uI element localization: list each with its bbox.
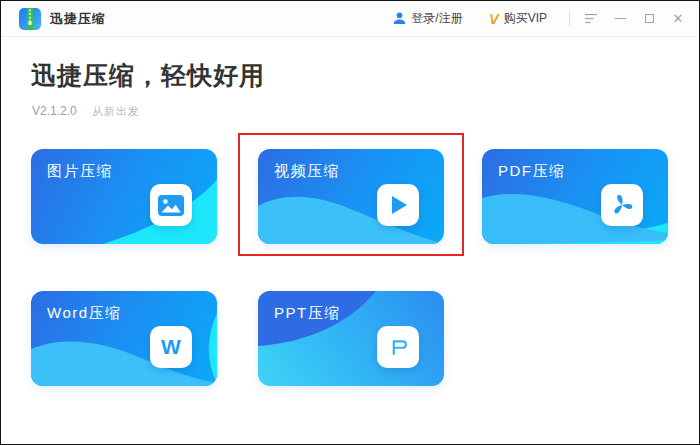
- close-button[interactable]: ✕: [671, 12, 685, 26]
- letter-w: W: [161, 336, 181, 359]
- card-word-compress[interactable]: Word压缩 W: [31, 291, 217, 386]
- user-icon: [393, 12, 406, 25]
- close-icon: ✕: [673, 12, 684, 25]
- card-pdf-compress[interactable]: PDF压缩: [482, 149, 668, 244]
- login-register-label: 登录/注册: [411, 10, 462, 27]
- app-identity: 迅捷压缩: [19, 8, 106, 30]
- menu-icon[interactable]: [584, 12, 598, 26]
- titlebar-divider: [569, 12, 570, 26]
- play-icon: [377, 184, 419, 226]
- card-label: PPT压缩: [274, 304, 341, 323]
- minimize-button[interactable]: [613, 12, 627, 26]
- card-label: 图片压缩: [47, 162, 113, 181]
- page-title: 迅捷压缩，轻快好用: [31, 59, 265, 92]
- image-icon: [150, 184, 192, 226]
- letter-p-icon: [377, 326, 419, 368]
- card-video-compress[interactable]: 视频压缩: [258, 149, 444, 244]
- app-logo-zip-icon: [19, 8, 41, 30]
- app-title: 迅捷压缩: [50, 10, 106, 28]
- card-label: 视频压缩: [274, 162, 340, 181]
- vip-icon: V: [489, 11, 499, 26]
- buy-vip-button[interactable]: V 购买VIP: [489, 10, 547, 27]
- letter-w-icon: W: [150, 326, 192, 368]
- pdf-icon: [601, 184, 643, 226]
- login-register-button[interactable]: 登录/注册: [393, 10, 462, 27]
- card-label: PDF压缩: [498, 162, 566, 181]
- buy-vip-label: 购买VIP: [504, 10, 547, 27]
- minimize-icon: [615, 18, 626, 19]
- card-ppt-compress[interactable]: PPT压缩: [258, 291, 444, 386]
- maximize-button[interactable]: [642, 12, 656, 26]
- card-label: Word压缩: [47, 304, 122, 323]
- version-row: V2.1.2.0 从新出发: [32, 104, 140, 119]
- version-slogan: 从新出发: [92, 104, 140, 119]
- app-window: 迅捷压缩 登录/注册 V 购买VIP: [0, 0, 700, 445]
- card-image-compress[interactable]: 图片压缩: [31, 149, 217, 244]
- title-bar: 迅捷压缩 登录/注册 V 购买VIP: [1, 1, 699, 37]
- maximize-icon: [645, 14, 654, 23]
- version-number: V2.1.2.0: [32, 104, 77, 118]
